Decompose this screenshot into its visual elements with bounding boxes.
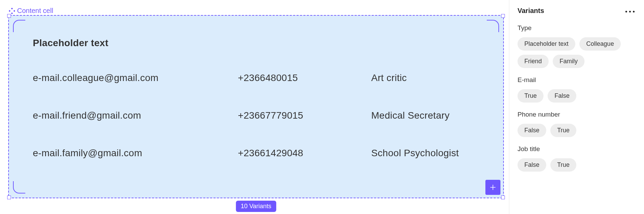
svg-rect-3 [11, 12, 13, 14]
component-label[interactable]: Content cell [9, 7, 53, 15]
content-grid: Placeholder text e-mail.colleague@gmail.… [9, 16, 503, 176]
cell-job: School Psychologist [371, 148, 459, 159]
corner-radius-handle[interactable] [13, 181, 25, 193]
cell-email: e-mail.colleague@gmail.com [33, 72, 238, 83]
svg-rect-2 [13, 10, 15, 12]
variant-property-email: E-mail True False [518, 76, 636, 103]
variant-option[interactable]: Placeholder text [518, 37, 575, 51]
cell-job: Art critic [371, 72, 407, 83]
variant-property-type: Type Placeholder text Colleague Friend F… [518, 24, 636, 68]
cell-email: e-mail.friend@gmail.com [33, 110, 238, 121]
ellipsis-icon [625, 8, 635, 14]
more-options-button[interactable] [624, 8, 636, 14]
selection-handle-tl[interactable] [7, 14, 11, 18]
property-label: E-mail [518, 76, 636, 84]
table-row: e-mail.family@gmail.com +23661429048 Sch… [33, 148, 479, 159]
selection-handle-br[interactable] [501, 196, 505, 199]
component-icon [9, 8, 15, 14]
table-row: e-mail.colleague@gmail.com +2366480015 A… [33, 72, 479, 83]
panel-title: Variants [518, 7, 544, 15]
corner-radius-handle[interactable] [487, 181, 499, 193]
variant-option[interactable]: False [518, 124, 546, 137]
cell-email: e-mail.family@gmail.com [33, 148, 238, 159]
properties-panel: Variants Type Placeholder text Colleague… [509, 0, 644, 214]
cell-phone: +2366480015 [238, 72, 371, 83]
corner-radius-handle[interactable] [487, 20, 499, 32]
canvas[interactable]: Content cell Placeholder text e-mail.col… [0, 0, 509, 214]
selection-handle-tr[interactable] [501, 14, 505, 18]
variants-frame[interactable]: Placeholder text e-mail.colleague@gmail.… [8, 15, 504, 198]
variant-option[interactable]: True [550, 158, 576, 172]
svg-point-6 [633, 11, 635, 12]
component-name-text: Content cell [17, 7, 53, 15]
svg-point-5 [629, 11, 631, 12]
svg-point-4 [626, 11, 627, 12]
cell-phone: +23667779015 [238, 110, 371, 121]
table-row: e-mail.friend@gmail.com +23667779015 Med… [33, 110, 479, 121]
variant-option[interactable]: True [550, 124, 576, 137]
property-label: Phone number [518, 111, 636, 118]
variant-property-jobtitle: Job title False True [518, 145, 636, 172]
corner-radius-handle[interactable] [13, 20, 25, 32]
selection-handle-bl[interactable] [7, 196, 11, 199]
variant-option[interactable]: False [518, 158, 546, 172]
variant-property-phone: Phone number False True [518, 111, 636, 137]
variant-option[interactable]: True [518, 89, 544, 103]
cell-phone: +23661429048 [238, 148, 371, 159]
variants-count-badge[interactable]: 10 Variants [236, 201, 276, 212]
variant-option[interactable]: Colleague [579, 37, 621, 51]
property-label: Type [518, 24, 636, 32]
cell-job: Medical Secretary [371, 110, 450, 121]
svg-rect-1 [9, 10, 11, 12]
variant-option[interactable]: Family [553, 55, 585, 68]
variant-option[interactable]: False [548, 89, 576, 103]
placeholder-text-header: Placeholder text [33, 38, 479, 49]
property-label: Job title [518, 145, 636, 153]
svg-rect-0 [11, 8, 13, 10]
variant-option[interactable]: Friend [518, 55, 549, 68]
